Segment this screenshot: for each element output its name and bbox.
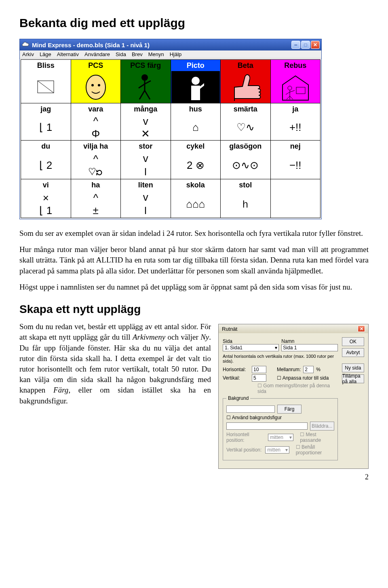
fit-checkbox[interactable]: Anpassa rutor till sida [277, 375, 329, 381]
window-close-button[interactable]: ✕ [311, 41, 320, 49]
body-text: Som du ser av exemplet ovan är sidan ind… [19, 228, 369, 239]
cell-label[interactable]: liten [121, 180, 170, 191]
svg-line-10 [145, 90, 150, 99]
symbol-icon: ^ Φ [72, 115, 120, 140]
color-button[interactable]: Färg [277, 405, 302, 414]
horizontal-input[interactable]: 10 [252, 366, 266, 373]
hpos-select: mitten [268, 434, 293, 441]
svg-point-3 [91, 84, 94, 86]
grid-header[interactable]: Picto [171, 60, 220, 71]
svg-point-5 [141, 74, 148, 81]
rutnat-dialog: Rutnät ✕ Sida 1. Sida1 Namn Sida 1 Antal… [218, 324, 369, 469]
cell-label[interactable]: stor [121, 141, 170, 152]
cell-label[interactable]: du [21, 141, 70, 152]
label: Namn [281, 338, 337, 344]
ok-button[interactable]: OK [342, 337, 364, 346]
app-window: Mind Express - demo.bls (Sida 1 - nivå 1… [19, 39, 322, 219]
cell-label[interactable]: glasögon [221, 141, 270, 152]
svg-line-15 [290, 90, 295, 92]
cell-label[interactable]: många [121, 104, 170, 115]
spacing-input[interactable]: 2 [303, 366, 314, 373]
new-page-button[interactable]: Ny sida [342, 363, 364, 372]
window-minimize-button[interactable]: ‒ [291, 41, 300, 49]
svg-line-16 [287, 96, 290, 99]
symbol-grid: Bliss PCS PCS färg Picto Beta Rebus jag⌊… [21, 59, 321, 218]
picto-person-icon [181, 73, 210, 102]
rebus-house-icon [278, 73, 312, 102]
menu-item[interactable]: Läge [40, 51, 51, 57]
hint-text: Antal horisontala och vertikala rutor (m… [223, 354, 338, 363]
cell-label[interactable]: vilja ha [72, 141, 120, 152]
page-select[interactable]: 1. Sida1 [223, 344, 279, 351]
apply-all-button[interactable]: Tillämpa på alla [342, 374, 364, 383]
symbol-icon: ⌊ 2 [21, 152, 70, 179]
menu-item[interactable]: Brev [132, 51, 143, 57]
symbol-icon: × ⌊ 1 [21, 191, 70, 218]
keep-prop-checkbox: Behåll proportioner [296, 444, 334, 456]
symbol-icon: ♡∿ [221, 115, 270, 140]
symbol-icon [271, 182, 320, 209]
vertical-input[interactable]: 5 [252, 374, 266, 382]
thumbs-up-icon [229, 73, 262, 102]
label: % [316, 367, 321, 372]
cancel-button[interactable]: Avbryt [342, 348, 364, 357]
section-heading: Skapa ett nytt upplägg [19, 303, 369, 316]
symbol-icon: v Ｉ [121, 152, 170, 179]
menu-item[interactable]: Arkiv [22, 51, 34, 57]
grid-header[interactable]: Rebus [271, 60, 320, 71]
symbol-icon: ⌂⌂⌂ [171, 191, 220, 218]
symbol-icon: ⊙∿⊙ [221, 152, 270, 179]
grid-header[interactable]: PCS färg [121, 60, 170, 71]
grid-header[interactable]: Beta [221, 60, 270, 71]
cell-label[interactable]: stol [221, 180, 270, 191]
cell-label[interactable]: ha [72, 180, 120, 191]
cell-label[interactable]: hus [171, 104, 220, 115]
symbol-icon: ⌊ 1 [21, 115, 70, 140]
symbol-icon: ^ ♡ᘰ [72, 152, 120, 179]
menu-item[interactable]: Hjälp [170, 51, 182, 57]
body-text: Högst uppe i namnlisten ser du namnet på… [19, 282, 369, 292]
cell-label[interactable]: skola [171, 180, 220, 191]
cloud-app-icon [21, 41, 30, 49]
vpos-select: mitten [265, 446, 289, 454]
cell-label[interactable]: jag [21, 104, 70, 115]
svg-point-4 [98, 84, 100, 86]
menu-item[interactable]: Sida [116, 51, 126, 57]
menu-bar: Arkiv Läge Alternativ Användare Sida Bre… [20, 50, 321, 59]
label: Sida [223, 338, 279, 344]
cell-label[interactable]: vi [21, 180, 70, 191]
svg-point-11 [192, 77, 200, 85]
svg-line-17 [290, 96, 293, 99]
hide-sentence-checkbox: Gom meningsfönster på denna sida [257, 383, 338, 394]
cell-label[interactable]: smärta [221, 104, 270, 115]
bliss-icon [34, 77, 58, 98]
symbol-icon: −!! [271, 152, 320, 179]
cell-label[interactable]: ja [271, 104, 320, 115]
cell-label[interactable]: nej [271, 141, 320, 152]
page-number: 2 [19, 473, 369, 481]
grid-header[interactable]: Bliss [21, 60, 70, 71]
svg-line-14 [286, 92, 290, 94]
menu-item[interactable]: Användare [84, 51, 110, 57]
use-bg-image-checkbox[interactable]: Använd bakgrundsfigur [226, 415, 282, 420]
body-text: Hur många rutor man väljer beror bland a… [19, 244, 369, 276]
fieldset-legend: Bakgrund [226, 395, 250, 401]
symbol-icon: v ✕ [121, 115, 170, 140]
label: Vertikal: [223, 375, 249, 381]
pcs-face-icon [81, 73, 110, 101]
symbol-icon: ｈ [221, 191, 270, 218]
svg-point-12 [288, 86, 292, 90]
window-maximize-button[interactable]: □ [301, 41, 310, 49]
label: Mellanrum: [277, 367, 301, 372]
grid-header[interactable]: PCS [72, 60, 120, 71]
window-title: Mind Express - demo.bls (Sida 1 - nivå 1… [32, 42, 150, 48]
menu-item[interactable]: Menyn [148, 51, 164, 57]
cell-label[interactable]: vara [72, 104, 120, 115]
bg-color-preview [226, 405, 275, 413]
menu-item[interactable]: Alternativ [57, 51, 79, 57]
page-name-input[interactable]: Sida 1 [281, 344, 337, 351]
symbol-icon: v Ｉ [121, 191, 170, 218]
browse-button: Bläddra... [310, 422, 334, 430]
cell-label[interactable]: cykel [171, 141, 220, 152]
dialog-close-button[interactable]: ✕ [358, 326, 365, 332]
